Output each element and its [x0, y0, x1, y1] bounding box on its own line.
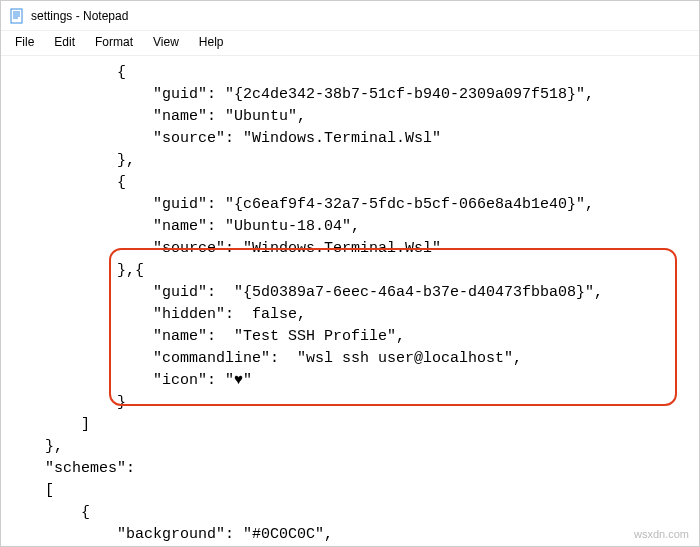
menu-format[interactable]: Format [87, 33, 141, 51]
code-line: "name": "Test SSH Profile", [9, 328, 405, 345]
menubar: File Edit Format View Help [1, 31, 699, 56]
code-line: "guid": "{c6eaf9f4-32a7-5fdc-b5cf-066e8a… [9, 196, 594, 213]
watermark: wsxdn.com [634, 528, 689, 540]
code-line: { [9, 504, 90, 521]
code-line: "schemes": [9, 460, 135, 477]
code-line: "background": "#0C0C0C", [9, 526, 333, 543]
menu-edit[interactable]: Edit [46, 33, 83, 51]
code-line: } [9, 394, 126, 411]
window-title: settings - Notepad [31, 9, 128, 23]
text-editor-area[interactable]: { "guid": "{2c4de342-38b7-51cf-b940-2309… [1, 56, 699, 545]
code-line: "name": "Ubuntu-18.04", [9, 218, 360, 235]
titlebar: settings - Notepad [1, 1, 699, 31]
code-line: "guid": "{5d0389a7-6eec-46a4-b37e-d40473… [9, 284, 603, 301]
code-line: "source": "Windows.Terminal.Wsl" [9, 130, 441, 147]
code-line: { [9, 174, 126, 191]
code-line: "commandline": "wsl ssh user@localhost", [9, 350, 522, 367]
code-line: "guid": "{2c4de342-38b7-51cf-b940-2309a0… [9, 86, 594, 103]
code-line: { [9, 64, 126, 81]
menu-file[interactable]: File [7, 33, 42, 51]
code-line: }, [9, 152, 135, 169]
code-line: "icon": "♥" [9, 372, 252, 389]
code-line: }, [9, 438, 63, 455]
notepad-icon [9, 8, 25, 24]
code-line: "source": "Windows.Terminal.Wsl" [9, 240, 441, 257]
code-line: },{ [9, 262, 144, 279]
menu-view[interactable]: View [145, 33, 187, 51]
menu-help[interactable]: Help [191, 33, 232, 51]
code-line: "name": "Ubuntu", [9, 108, 306, 125]
code-line: ] [9, 416, 90, 433]
code-line: [ [9, 482, 54, 499]
code-line: "hidden": false, [9, 306, 306, 323]
